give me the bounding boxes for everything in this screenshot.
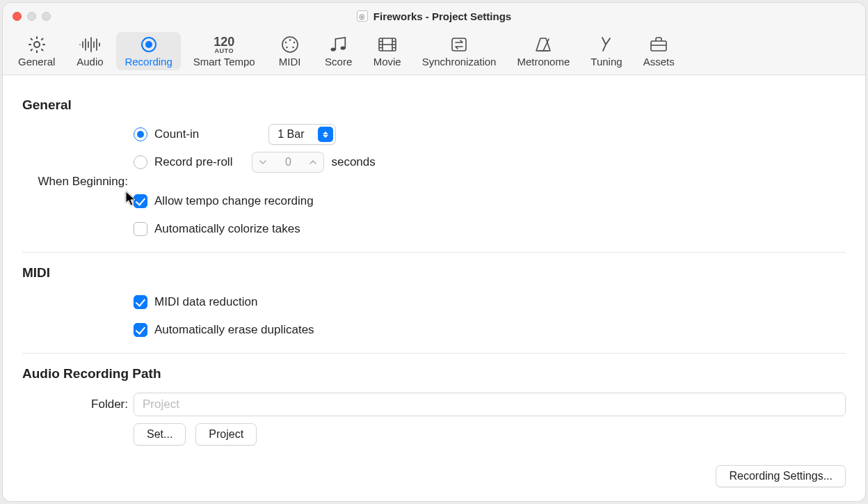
svg-point-3: [282, 37, 298, 52]
count-in-bars-dropdown[interactable]: 1 Bar: [268, 124, 336, 145]
window-controls: [3, 12, 51, 21]
content-area: General When Beginning: Count-in 1 Bar R…: [3, 75, 865, 501]
settings-toolbar: General Audio Recording 120 AUTO Smart T…: [3, 29, 865, 75]
allow-tempo-change-checkbox[interactable]: [134, 194, 147, 208]
auto-colorize-checkbox[interactable]: [134, 222, 147, 236]
divider: [22, 353, 846, 354]
tab-label: Recording: [124, 56, 172, 68]
tab-label: Smart Tempo: [193, 56, 255, 68]
svg-point-6: [293, 42, 294, 43]
set-folder-button[interactable]: Set...: [134, 423, 186, 446]
svg-point-8: [292, 47, 294, 48]
close-window-button[interactable]: [13, 12, 22, 21]
folder-path-field[interactable]: Project: [134, 393, 846, 416]
auto-colorize-label: Automatically colorize takes: [154, 222, 300, 236]
erase-duplicates-checkbox[interactable]: [134, 323, 147, 337]
tab-metronome[interactable]: Metronome: [508, 32, 578, 70]
metronome-icon: [529, 35, 557, 54]
tab-recording[interactable]: Recording: [116, 32, 180, 70]
when-beginning-label: When Beginning:: [22, 175, 134, 189]
svg-rect-12: [452, 38, 466, 51]
seconds-unit-label: seconds: [331, 155, 375, 169]
zoom-window-button[interactable]: [42, 12, 51, 21]
tab-synchronization[interactable]: Synchronization: [414, 32, 505, 70]
folder-label: Folder:: [22, 397, 134, 411]
folder-placeholder: Project: [143, 397, 179, 411]
titlebar: ◎ Fireworks - Project Settings: [3, 3, 865, 29]
count-in-value: 1 Bar: [278, 128, 315, 141]
project-folder-button[interactable]: Project: [195, 423, 257, 446]
svg-point-4: [289, 39, 290, 40]
tuning-fork-icon: [593, 35, 620, 54]
tab-label: General: [18, 56, 55, 68]
divider: [22, 252, 846, 253]
tab-smart-tempo[interactable]: 120 AUTO Smart Tempo: [185, 32, 264, 70]
tab-tuning[interactable]: Tuning: [582, 32, 630, 70]
preroll-value: 0: [273, 156, 303, 168]
midi-icon: [276, 35, 304, 54]
tab-midi[interactable]: MIDI: [268, 32, 312, 70]
sync-icon: [445, 35, 473, 54]
preroll-seconds-stepper[interactable]: 0: [252, 152, 324, 173]
svg-point-5: [284, 42, 286, 43]
stepper-up-icon[interactable]: [303, 152, 323, 172]
minimize-window-button[interactable]: [27, 12, 36, 21]
tempo-icon: 120 AUTO: [210, 35, 238, 54]
dropdown-stepper-icon: [318, 127, 333, 142]
music-note-icon: [325, 35, 353, 54]
app-icon: ◎: [357, 10, 368, 22]
tab-label: Assets: [643, 56, 675, 68]
tab-label: Synchronization: [422, 56, 497, 68]
record-icon: [135, 35, 163, 54]
tab-assets[interactable]: Assets: [635, 32, 683, 70]
allow-tempo-change-label: Allow tempo change recording: [154, 194, 314, 208]
tab-general[interactable]: General: [10, 32, 63, 70]
record-preroll-label: Record pre-roll: [154, 155, 232, 169]
svg-point-7: [286, 47, 287, 48]
waveform-icon: [76, 35, 104, 54]
tab-label: Metronome: [517, 56, 570, 68]
svg-point-0: [34, 42, 40, 47]
midi-data-reduction-checkbox[interactable]: [134, 295, 147, 309]
window-title: Fireworks - Project Settings: [373, 10, 511, 22]
tab-score[interactable]: Score: [316, 32, 361, 70]
count-in-radio[interactable]: [134, 127, 147, 141]
tab-movie[interactable]: Movie: [365, 32, 410, 70]
stepper-down-icon[interactable]: [252, 152, 273, 172]
briefcase-icon: [645, 35, 673, 54]
section-heading-path: Audio Recording Path: [22, 366, 846, 381]
tab-label: Audio: [77, 56, 103, 68]
tab-audio[interactable]: Audio: [67, 32, 112, 70]
midi-data-reduction-label: MIDI data reduction: [154, 295, 257, 309]
svg-point-2: [145, 41, 152, 48]
tab-label: Tuning: [590, 56, 622, 68]
erase-duplicates-label: Automatically erase duplicates: [154, 323, 314, 337]
gear-icon: [23, 35, 51, 54]
tab-label: Score: [325, 56, 352, 68]
count-in-label: Count-in: [154, 127, 199, 141]
section-heading-midi: MIDI: [22, 265, 846, 281]
tab-label: MIDI: [279, 56, 301, 68]
record-preroll-radio[interactable]: [134, 155, 147, 169]
settings-window: ◎ Fireworks - Project Settings General A…: [3, 3, 865, 501]
tab-label: Movie: [373, 56, 401, 68]
recording-settings-button[interactable]: Recording Settings...: [716, 465, 846, 487]
film-icon: [373, 35, 401, 54]
section-heading-general: General: [22, 97, 846, 113]
svg-rect-13: [651, 41, 666, 51]
